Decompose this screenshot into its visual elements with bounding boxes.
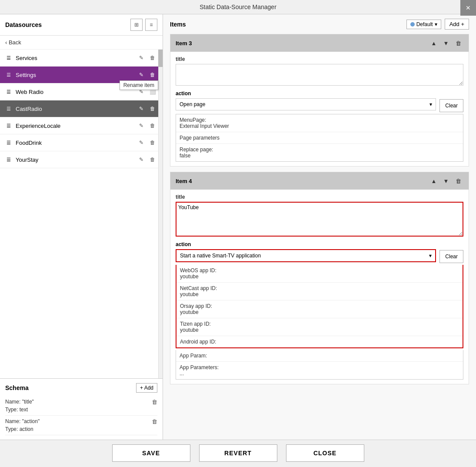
items-header: Items Default ▾ Add + (170, 19, 469, 30)
sidebar-icon-btn-2[interactable]: ≡ (145, 19, 157, 31)
window-title: Static Data-Source Manager (200, 3, 276, 10)
sidebar-item-services[interactable]: ☰ Services ✎ 🗑 (0, 50, 163, 67)
default-dot (410, 22, 415, 27)
schema-item-action-delete[interactable]: 🗑 (152, 417, 157, 425)
item-3-action-row: action Open page ▾ Clear (176, 90, 463, 112)
item-4-title-label: title (176, 194, 463, 200)
item-3-title-input[interactable] (176, 64, 463, 86)
item-4-detail-app-parameters: App Parameters: ... (176, 362, 463, 379)
sidebar-item-food-drink[interactable]: ☰ FoodDrink ✎ 🗑 (0, 134, 163, 151)
item-3-down-button[interactable]: ▼ (441, 38, 451, 48)
sidebar-item-label: Services (16, 55, 136, 61)
schema-item-title: Name: "title" Type: text 🗑 (5, 396, 157, 416)
schema-title: Schema (5, 384, 29, 391)
edit-icon[interactable]: ✎ (136, 104, 146, 113)
edit-icon[interactable]: ✎ (136, 138, 146, 147)
item-3-title: Item 3 (176, 40, 192, 47)
sidebar-item-label: YourStay (16, 157, 136, 163)
delete-icon[interactable]: 🗑 (148, 155, 157, 164)
schema-item-title-text: Name: "title" Type: text (5, 398, 34, 414)
sidebar-item-cast-radio[interactable]: ☰ CastRadio ✎ 🗑 (0, 100, 163, 117)
content-panel: Items Default ▾ Add + Item 3 ▲ ▼ 🗑 (163, 14, 476, 440)
sidebar-header-buttons: ⊞ ≡ (130, 19, 157, 31)
web-radio-icon: ☰ (5, 88, 12, 95)
item-3-body: title action Open page ▾ Clear (170, 52, 469, 166)
your-stay-icon: ☰ (5, 156, 12, 163)
item-4-clear-button[interactable]: Clear (439, 250, 463, 263)
edit-icon[interactable]: ✎ (136, 155, 146, 164)
sidebar-header: Datasources ⊞ ≡ (0, 14, 163, 36)
edit-icon[interactable]: ✎ (136, 53, 146, 63)
item-4-delete-button[interactable]: 🗑 (453, 176, 463, 186)
delete-icon[interactable]: 🗑 (148, 53, 157, 63)
item-4-header: Item 4 ▲ ▼ 🗑 (170, 172, 469, 190)
item-4-body: title YouTube action Start a native Smar… (170, 190, 469, 384)
item-3-action-label: action (176, 90, 436, 97)
schema-add-button[interactable]: + Add (136, 383, 157, 393)
item-4-detail-android: Android app ID: (176, 336, 463, 347)
delete-icon[interactable]: 🗑 (148, 104, 157, 113)
item-4-title-input[interactable]: YouTube (176, 202, 463, 237)
item-3-detail-row-2: Page parameters (176, 132, 463, 144)
item-4-action-value: Start a native Smart-TV application (180, 253, 261, 259)
edit-icon[interactable]: ✎ (136, 121, 146, 130)
sidebar-title: Datasources (5, 21, 42, 28)
sidebar-icon-btn-1[interactable]: ⊞ (130, 19, 143, 31)
item-3-actions: ▲ ▼ 🗑 (429, 38, 463, 48)
default-dropdown[interactable]: Default ▾ (406, 20, 441, 29)
items-title: Items (170, 21, 186, 28)
items-controls: Default ▾ Add + (406, 19, 469, 30)
chevron-down-icon: ▾ (435, 21, 437, 27)
services-icon: ☰ (5, 54, 12, 61)
sidebar-item-label: Web Radio (16, 89, 136, 95)
item-4-detail-orsay: Orsay app ID: youtube (176, 300, 463, 318)
schema-item-action: Name: "action" Type: action 🗑 (5, 416, 157, 435)
sidebar-item-your-stay[interactable]: ☰ YourStay ✎ 🗑 (0, 151, 163, 168)
sidebar-item-label: FoodDrink (16, 140, 136, 146)
edit-icon[interactable]: ✎ (136, 70, 146, 80)
item-4-title: Item 4 (176, 178, 192, 184)
save-button[interactable]: SAVE (112, 444, 190, 462)
item-3-title-label: title (176, 56, 463, 62)
item-3-detail-row-1: MenuPage: External Input Viewer (176, 114, 463, 132)
item-4-detail-webos: WebOS app ID: youtube (176, 265, 463, 283)
sidebar-item-settings[interactable]: ☰ Settings ✎ 🗑 Rename item (0, 67, 163, 83)
item-4-down-button[interactable]: ▼ (441, 176, 451, 186)
item-4-action-label: action (176, 241, 436, 247)
item-3-delete-button[interactable]: 🗑 (453, 38, 463, 48)
sidebar-scroll-area: ☰ Services ✎ 🗑 ☰ Settings ✎ 🗑 Rename i (0, 50, 163, 378)
schema-header: Schema + Add (5, 383, 157, 393)
item-3-action-value: Open page (180, 101, 205, 107)
title-bar: Static Data-Source Manager (0, 0, 476, 14)
item-3-detail-row-3: Replace page: false (176, 144, 463, 161)
item-3-header: Item 3 ▲ ▼ 🗑 (170, 34, 469, 52)
item-3-clear-button[interactable]: Clear (439, 99, 463, 112)
item-3-card: Item 3 ▲ ▼ 🗑 title action Open page ▾ (170, 34, 469, 167)
default-label: Default (416, 21, 433, 27)
item-4-card: Item 4 ▲ ▼ 🗑 title YouTube action Start … (170, 172, 469, 384)
item-4-up-button[interactable]: ▲ (429, 176, 439, 186)
sidebar-item-label: CastRadio (16, 106, 136, 112)
item-4-action-details-red: WebOS app ID: youtube NetCast app ID: yo… (176, 265, 463, 348)
revert-button[interactable]: REVERT (199, 444, 277, 462)
sidebar-back[interactable]: ‹ Back (0, 36, 163, 50)
window-close-button[interactable] (460, 0, 476, 16)
item-3-action-details: MenuPage: External Input Viewer Page par… (176, 114, 463, 162)
sidebar-item-experience-locale[interactable]: ☰ ExperienceLocale ✎ 🗑 (0, 117, 163, 134)
cast-radio-icon: ☰ (5, 105, 12, 112)
add-item-button[interactable]: Add + (445, 19, 469, 30)
chevron-down-icon: ▾ (429, 253, 432, 259)
item-3-action-dropdown[interactable]: Open page ▾ (176, 98, 436, 110)
item-3-up-button[interactable]: ▲ (429, 38, 439, 48)
item-4-action-dropdown[interactable]: Start a native Smart-TV application ▾ (176, 249, 436, 262)
delete-icon[interactable]: 🗑 (148, 70, 157, 80)
close-button[interactable]: CLOSE (286, 444, 364, 462)
sidebar-scrollbar-track[interactable] (158, 50, 163, 378)
sidebar-scrollbar-thumb[interactable] (158, 50, 163, 67)
item-4-detail-tizen: Tizen app ID: youtube (176, 318, 463, 336)
delete-icon[interactable]: 🗑 (148, 121, 157, 130)
sidebar-item-label: ExperienceLocale (16, 123, 136, 129)
sidebar-list: ☰ Services ✎ 🗑 ☰ Settings ✎ 🗑 Rename i (0, 50, 163, 168)
delete-icon[interactable]: 🗑 (148, 138, 157, 147)
schema-item-title-delete[interactable]: 🗑 (152, 398, 157, 405)
